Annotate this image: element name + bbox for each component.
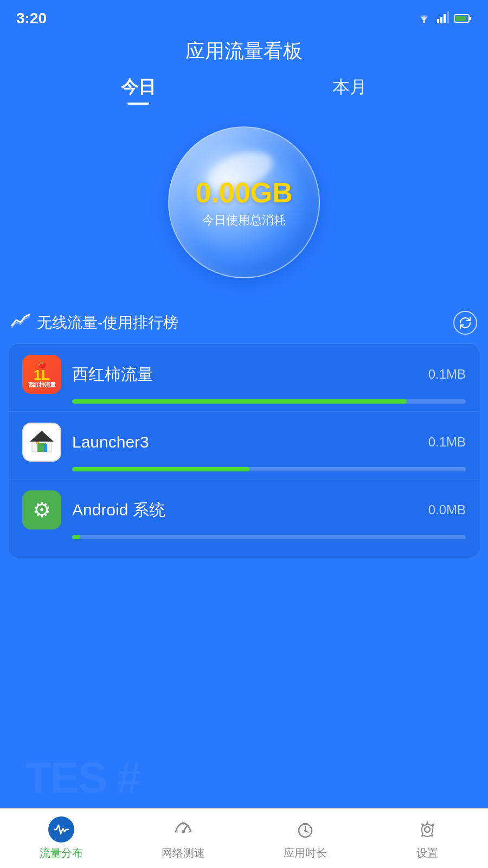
tab-underline xyxy=(127,103,149,105)
svg-rect-6 xyxy=(469,17,471,20)
tabs-container: 今日 本月 xyxy=(0,75,488,105)
nav-label-settings: 设置 xyxy=(416,846,438,860)
svg-rect-11 xyxy=(44,444,47,452)
svg-rect-2 xyxy=(440,17,442,23)
progress-bg-tomato xyxy=(72,399,466,404)
nav-label-duration: 应用时长 xyxy=(284,846,327,860)
progress-fill-tomato xyxy=(72,399,407,404)
app-icon-android: ⚙ xyxy=(22,490,61,529)
tab-month[interactable]: 本月 xyxy=(332,75,367,105)
svg-rect-3 xyxy=(444,14,446,23)
progress-fill-android xyxy=(72,535,80,539)
status-icons xyxy=(416,10,472,27)
refresh-button[interactable] xyxy=(453,311,477,335)
app-name-android: Android 系统 xyxy=(72,499,423,521)
app-row-launcher[interactable]: Launcher3 0.1MB xyxy=(9,412,479,480)
nav-label-speed: 网络测速 xyxy=(162,846,205,860)
app-icon-launcher xyxy=(22,423,61,462)
speed-icon xyxy=(170,816,196,843)
svg-point-14 xyxy=(182,830,185,833)
app-name-tomato: 西红柿流量 xyxy=(72,363,423,386)
ranking-section-header: 无线流量-使用排行榜 xyxy=(0,311,488,343)
bottom-spacer xyxy=(0,558,488,623)
status-bar: 3:20 xyxy=(0,0,488,33)
usage-value: 0.00GB xyxy=(195,176,292,209)
usage-bubble[interactable]: 0.00GB 今日使用总消耗 xyxy=(168,126,320,278)
nav-item-traffic[interactable]: 流量分布 xyxy=(0,816,122,860)
progress-bg-launcher xyxy=(72,467,466,471)
nav-item-speed[interactable]: 网络测速 xyxy=(122,816,244,860)
svg-point-24 xyxy=(425,827,430,832)
section-title-wrap: 无线流量-使用排行榜 xyxy=(11,312,178,333)
svg-point-22 xyxy=(304,829,306,832)
svg-line-15 xyxy=(177,831,178,832)
app-icon-tomato: 🍅 1L 西红柿流量 xyxy=(22,355,61,394)
gear-icon: ⚙ xyxy=(33,498,51,522)
svg-point-0 xyxy=(423,21,425,23)
tab-today[interactable]: 今日 xyxy=(121,75,156,105)
ranking-title: 无线流量-使用排行榜 xyxy=(37,312,178,333)
app-row-tomato[interactable]: 🍅 1L 西红柿流量 西红柿流量 0.1MB xyxy=(9,344,479,412)
chart-icon xyxy=(11,314,30,333)
progress-fill-launcher xyxy=(72,467,249,471)
app-row-top-launcher: Launcher3 0.1MB xyxy=(22,423,466,462)
app-usage-tomato: 0.1MB xyxy=(428,367,466,382)
app-usage-android: 0.0MB xyxy=(428,502,466,518)
usage-label: 今日使用总消耗 xyxy=(202,212,286,228)
bottom-nav: 流量分布 网络测速 xyxy=(0,808,488,868)
app-name-launcher: Launcher3 xyxy=(72,433,423,451)
nav-item-settings[interactable]: 设置 xyxy=(366,816,488,860)
svg-rect-12 xyxy=(36,442,38,444)
nav-item-duration[interactable]: 应用时长 xyxy=(244,816,366,860)
usage-bubble-container: 0.00GB 今日使用总消耗 xyxy=(163,121,325,284)
svg-rect-4 xyxy=(447,11,449,23)
battery-icon xyxy=(454,10,472,27)
nav-label-traffic: 流量分布 xyxy=(40,846,83,860)
page-title: 应用流量看板 xyxy=(0,33,488,75)
watermark: TES # xyxy=(25,753,140,803)
wifi-icon xyxy=(416,10,432,27)
app-row-android[interactable]: ⚙ Android 系统 0.0MB xyxy=(9,480,479,547)
time-display: 3:20 xyxy=(16,10,47,27)
app-list-card: 🍅 1L 西红柿流量 西红柿流量 0.1MB xyxy=(9,343,479,558)
app-usage-launcher: 0.1MB xyxy=(428,435,466,450)
signal-icon xyxy=(437,10,449,27)
svg-rect-1 xyxy=(437,19,439,23)
svg-rect-7 xyxy=(455,16,466,21)
progress-bg-android xyxy=(72,535,466,539)
app-row-top: 🍅 1L 西红柿流量 西红柿流量 0.1MB xyxy=(22,355,466,394)
app-row-top-android: ⚙ Android 系统 0.0MB xyxy=(22,490,466,529)
svg-line-16 xyxy=(189,831,190,832)
settings-icon xyxy=(414,816,440,843)
svg-rect-23 xyxy=(303,823,308,825)
svg-marker-9 xyxy=(30,431,54,442)
pulse-icon xyxy=(48,816,74,843)
clock-icon xyxy=(292,816,318,843)
